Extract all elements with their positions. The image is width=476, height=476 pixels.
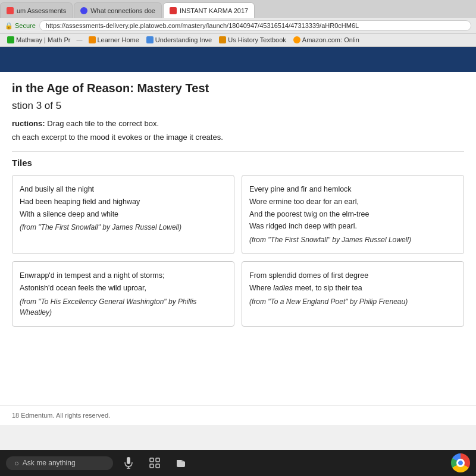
- bookmark-icon-understanding: [146, 36, 154, 43]
- tab-label-connections: What connections doe: [90, 7, 155, 14]
- bookmark-icon-learner-home: [89, 36, 96, 43]
- lock-icon: 🔒: [5, 22, 13, 30]
- main-content: in the Age of Reason: Mastery Test stion…: [0, 72, 476, 405]
- taskbar-mic-button[interactable]: [118, 452, 139, 474]
- tiles-grid: And busily all the night Had been heapin…: [12, 175, 464, 327]
- url-bar[interactable]: https://assessments-delivery.ple.platowe…: [39, 20, 471, 31]
- tab-icon-karma: [170, 7, 177, 14]
- bookmark-mathway[interactable]: Mathway | Math Pr: [5, 36, 73, 44]
- tile-2-line-1: Every pine and fir and hemlock: [249, 184, 456, 195]
- tab-icon-connections: [80, 7, 87, 14]
- tab-karma[interactable]: INSTANT KARMA 2017: [163, 2, 255, 18]
- tile-4-source: (from "To a New England Poet" by Philip …: [249, 296, 456, 307]
- tab-label-assessments: um Assessments: [17, 7, 66, 14]
- question-number: stion 3 of 5: [12, 100, 464, 112]
- bookmark-learner-home[interactable]: Learner Home: [86, 36, 142, 44]
- bookmark-label-amazon: Amazon.com: Onlin: [302, 36, 359, 43]
- taskbar-search[interactable]: ○ Ask me anything: [6, 456, 113, 470]
- tiles-section-label: Tiles: [12, 151, 464, 168]
- tile-2-line-2: Wore ermine too dear for an earl,: [249, 196, 456, 208]
- page-header-bar: [0, 47, 476, 72]
- bookmark-icon-mathway: [7, 36, 14, 43]
- tile-2-line-4: Was ridged inch deep with pearl.: [249, 221, 456, 232]
- bookmarks-bar: Mathway | Math Pr — Learner Home Underst…: [0, 33, 476, 46]
- browser-chrome: um Assessments What connections doe INST…: [0, 0, 476, 47]
- bookmark-amazon[interactable]: Amazon.com: Onlin: [291, 36, 362, 44]
- tile-4[interactable]: From splendid domes of first degree Wher…: [242, 261, 464, 327]
- tile-3-line-2: Astonish'd ocean feels the wild uproar,: [20, 283, 227, 294]
- secure-label: Secure: [15, 22, 36, 29]
- tile-4-line-1: From splendid domes of first degree: [249, 270, 456, 281]
- chrome-inner-circle: [456, 459, 465, 467]
- tile-1-line-1: And busily all the night: [20, 184, 227, 195]
- tile-3[interactable]: Enwrapp'd in tempest and a night of stor…: [12, 261, 234, 327]
- taskbar-files-button[interactable]: [170, 452, 192, 474]
- bookmark-understanding[interactable]: Understanding Inve: [144, 36, 214, 44]
- bookmark-label-learner-home: Learner Home: [98, 36, 139, 43]
- secure-badge: 🔒 Secure: [5, 22, 36, 30]
- bookmark-icon-us-history: [219, 36, 226, 43]
- taskbar-multitask-button[interactable]: [144, 452, 165, 474]
- separator-1: —: [77, 37, 83, 43]
- footer-text: 18 Edmentum. All rights reserved.: [12, 412, 110, 419]
- tile-2-source: (from "The First Snowfall" by James Russ…: [249, 234, 456, 245]
- tab-bar: um Assessments What connections doe INST…: [0, 0, 476, 18]
- instructions-line: ructions: Drag each tile to the correct …: [12, 119, 464, 128]
- address-bar: 🔒 Secure https://assessments-delivery.pl…: [0, 18, 476, 33]
- instructions-label: ructions:: [12, 119, 45, 128]
- tile-4-line-2: Where ladies meet, to sip their tea: [249, 283, 456, 294]
- taskbar-search-label: Ask me anything: [23, 459, 76, 467]
- svg-rect-5: [150, 464, 154, 468]
- tile-2[interactable]: Every pine and fir and hemlock Wore ermi…: [242, 175, 464, 254]
- bookmark-label-mathway: Mathway | Math Pr: [16, 36, 71, 43]
- tile-1-line-3: With a silence deep and white: [20, 209, 227, 220]
- tile-1[interactable]: And busily all the night Had been heapin…: [12, 175, 234, 254]
- svg-rect-3: [150, 458, 154, 462]
- svg-rect-0: [127, 457, 130, 464]
- instructions-body: Drag each tile to the correct box.: [47, 119, 159, 128]
- svg-rect-6: [156, 464, 159, 468]
- bookmark-label-understanding: Understanding Inve: [155, 36, 212, 43]
- tab-assessments[interactable]: um Assessments: [0, 2, 73, 18]
- tile-3-source: (from "To His Excellency General Washing…: [20, 296, 227, 318]
- tile-1-source: (from "The First Snowfall" by James Russ…: [20, 222, 227, 233]
- taskbar: ○ Ask me anything: [0, 450, 476, 476]
- page-footer: 18 Edmentum. All rights reserved.: [0, 405, 476, 425]
- bookmark-us-history[interactable]: Us History Textbook: [217, 36, 289, 44]
- page-title: in the Age of Reason: Mastery Test: [12, 82, 464, 95]
- taskbar-chrome-icon[interactable]: [451, 453, 470, 472]
- tile-1-line-2: Had been heaping field and highway: [20, 196, 227, 208]
- svg-rect-4: [156, 458, 159, 462]
- instruction-detail: ch each excerpt to the mood it evokes or…: [12, 133, 464, 142]
- bookmark-icon-amazon: [293, 36, 300, 43]
- tab-connections[interactable]: What connections doe: [74, 2, 162, 18]
- tile-3-line-1: Enwrapp'd in tempest and a night of stor…: [20, 270, 227, 281]
- tab-label-karma: INSTANT KARMA 2017: [180, 7, 248, 14]
- bookmark-label-us-history: Us History Textbook: [228, 36, 286, 43]
- tile-2-line-3: And the poorest twig on the elm-tree: [249, 209, 456, 220]
- search-icon: ○: [14, 459, 19, 468]
- tab-icon-assessments: [7, 7, 14, 14]
